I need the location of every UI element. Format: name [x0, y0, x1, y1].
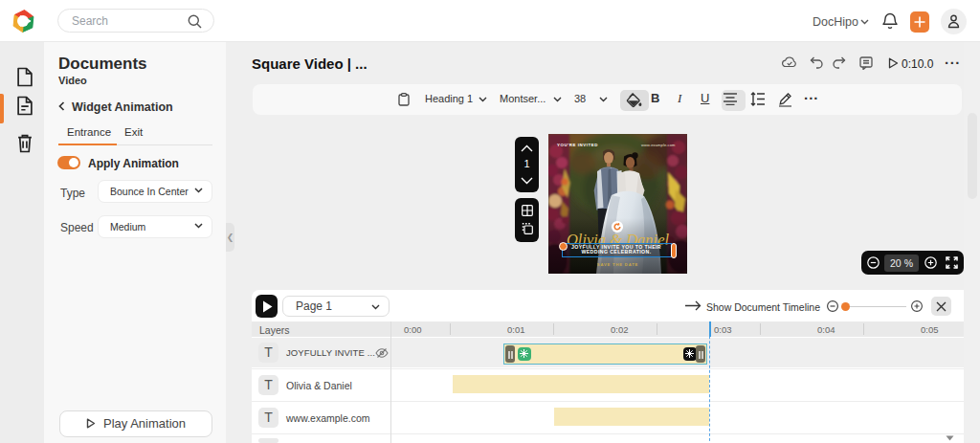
svg-text:www.example.com: www.example.com — [641, 143, 676, 147]
svg-text:YOU'RE INVITED: YOU'RE INVITED — [557, 143, 598, 147]
svg-text:SAVE THE DATE: SAVE THE DATE — [597, 262, 638, 267]
